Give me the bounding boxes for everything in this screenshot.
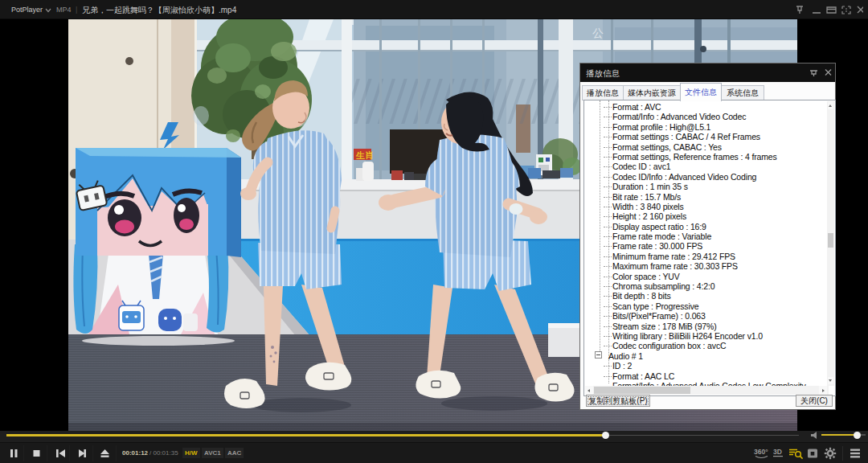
svg-text:生肖: 生肖	[355, 150, 374, 160]
svg-text:公: 公	[592, 27, 604, 39]
svg-text:3D: 3D	[773, 448, 782, 456]
svg-text:360°: 360°	[754, 448, 768, 456]
